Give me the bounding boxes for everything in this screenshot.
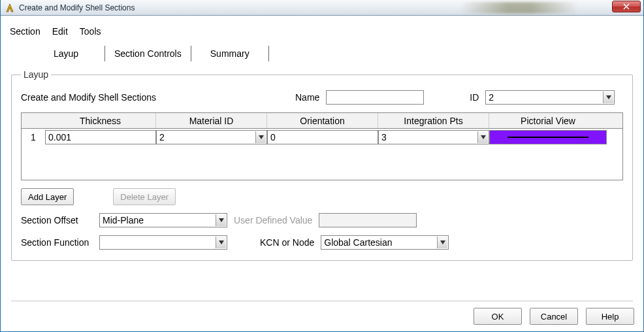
content-area: Layup Create and Modify Shell Sections N…	[1, 61, 643, 294]
user-defined-value-field	[319, 213, 417, 227]
window-title: Create and Modify Shell Sections	[19, 3, 135, 12]
obscured-text	[460, 2, 578, 14]
app-icon	[5, 3, 15, 13]
section-offset-label: Section Offset	[21, 215, 93, 225]
id-field[interactable]	[485, 90, 615, 105]
menu-tools[interactable]: Tools	[78, 25, 103, 38]
delete-layer-button[interactable]: Delete Layer	[113, 188, 176, 205]
footer-separator	[11, 301, 633, 301]
layer-grid: Thickness Material ID Orientation Integr…	[21, 112, 623, 180]
menu-bar: Section Edit Tools	[1, 16, 643, 42]
group-subtitle: Create and Modify Shell Sections	[21, 92, 210, 103]
section-function-field[interactable]	[99, 235, 227, 250]
section-offset-select[interactable]	[99, 213, 227, 227]
help-button[interactable]: Help	[586, 308, 634, 325]
close-button[interactable]	[612, 1, 641, 12]
material-field[interactable]	[156, 130, 267, 144]
hdr-orientation: Orientation	[267, 113, 378, 128]
thickness-field[interactable]	[45, 130, 156, 144]
hdr-integration: Integration Pts	[378, 113, 489, 128]
tab-section-controls[interactable]: Section Controls	[105, 46, 191, 61]
tab-layup[interactable]: Layup	[27, 46, 105, 61]
id-label: ID	[470, 92, 479, 103]
hdr-thickness: Thickness	[45, 113, 156, 128]
table-row: 1	[22, 129, 622, 146]
hdr-material: Material ID	[156, 113, 267, 128]
orientation-field[interactable]	[267, 130, 378, 144]
tab-end-divider	[268, 46, 287, 61]
layer-line-icon	[507, 137, 589, 138]
tab-strip: Layup Section Controls Summary	[1, 42, 643, 61]
ok-button[interactable]: OK	[474, 308, 522, 325]
layup-legend: Layup	[21, 69, 51, 80]
row-index: 1	[22, 132, 45, 142]
hdr-pictorial: Pictorial View	[489, 113, 607, 128]
tab-summary[interactable]: Summary	[191, 46, 269, 61]
add-layer-button[interactable]: Add Layer	[21, 188, 74, 205]
menu-section[interactable]: Section	[8, 25, 42, 38]
header-row: Create and Modify Shell Sections Name ID	[21, 90, 623, 105]
dialog-footer: OK Cancel Help	[1, 305, 643, 331]
name-label: Name	[295, 92, 319, 103]
section-function-select[interactable]	[99, 235, 227, 250]
close-icon	[623, 3, 630, 10]
layup-group: Layup Create and Modify Shell Sections N…	[11, 69, 633, 261]
kcn-field[interactable]	[321, 235, 449, 250]
cancel-button[interactable]: Cancel	[530, 308, 578, 325]
grid-header: Thickness Material ID Orientation Integr…	[22, 113, 622, 129]
pictorial-view	[489, 130, 607, 144]
name-field[interactable]	[326, 90, 424, 105]
hdr-idx	[22, 113, 45, 128]
kcn-select[interactable]	[321, 235, 449, 250]
id-select[interactable]	[485, 90, 615, 105]
grid-pad	[22, 146, 622, 180]
menu-edit[interactable]: Edit	[51, 25, 69, 38]
integration-field[interactable]	[378, 130, 489, 144]
kcn-label: KCN or Node	[260, 237, 314, 248]
section-offset-field[interactable]	[99, 213, 227, 227]
section-function-label: Section Function	[21, 237, 93, 248]
user-defined-value-label: User Defined Value	[234, 215, 312, 225]
title-bar: Create and Modify Shell Sections	[1, 0, 643, 16]
